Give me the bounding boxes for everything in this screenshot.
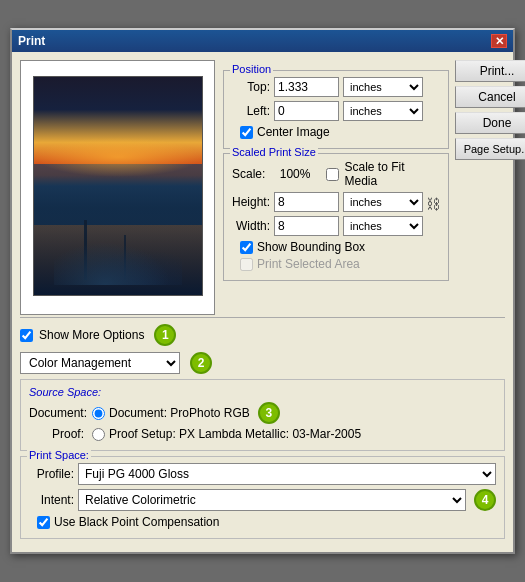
scaled-print-label: Scaled Print Size bbox=[230, 146, 318, 158]
source-space-label: Source Space: bbox=[29, 386, 496, 398]
center-image-checkbox[interactable] bbox=[240, 126, 253, 139]
print-space-label: Print Space: bbox=[27, 449, 91, 461]
proof-radio[interactable] bbox=[92, 428, 105, 441]
width-label: Width: bbox=[232, 219, 270, 233]
top-input[interactable] bbox=[274, 77, 339, 97]
hw-fields: Height: inches cm Width: bbox=[232, 192, 423, 240]
print-selected-area-checkbox[interactable] bbox=[240, 258, 253, 271]
done-button[interactable]: Done bbox=[455, 112, 525, 134]
width-input[interactable] bbox=[274, 216, 339, 236]
proof-radio-row: Proof: Proof Setup: PX Lambda Metallic: … bbox=[29, 427, 496, 441]
title-bar: Print ✕ bbox=[12, 30, 513, 52]
width-units-select[interactable]: inches cm bbox=[343, 216, 423, 236]
source-space-section: Source Space: Document: Document: ProPho… bbox=[20, 379, 505, 451]
link-icon: ⛓ bbox=[426, 196, 440, 212]
top-section: Position Top: inches cm Left: bbox=[20, 60, 505, 315]
annotation-badge-4: 4 bbox=[474, 489, 496, 511]
scale-label: Scale: bbox=[232, 167, 274, 181]
left-label: Left: bbox=[232, 104, 270, 118]
bottom-options: Show More Options 1 Color Management Out… bbox=[20, 317, 505, 539]
print-dialog: Print ✕ Position bbox=[10, 28, 515, 554]
center-image-label: Center Image bbox=[257, 125, 330, 139]
right-main: Position Top: inches cm Left: bbox=[223, 60, 449, 315]
scale-row: Scale: 100% Scale to Fit Media bbox=[232, 160, 440, 188]
left-units-select[interactable]: inches cm bbox=[343, 101, 423, 121]
left-row: Left: inches cm bbox=[232, 101, 440, 121]
top-units-select[interactable]: inches cm bbox=[343, 77, 423, 97]
preview-image bbox=[33, 76, 203, 296]
close-button[interactable]: ✕ bbox=[491, 34, 507, 48]
document-radio[interactable] bbox=[92, 407, 105, 420]
show-bounding-box-row: Show Bounding Box bbox=[232, 240, 440, 254]
document-radio-row: Document: Document: ProPhoto RGB 3 bbox=[29, 402, 496, 424]
black-point-checkbox[interactable] bbox=[37, 516, 50, 529]
page-setup-button[interactable]: Page Setup... bbox=[455, 138, 525, 160]
link-chain-icon: ⛓ bbox=[426, 196, 440, 212]
print-button[interactable]: Print... bbox=[455, 60, 525, 82]
print-selected-area-label: Print Selected Area bbox=[257, 257, 360, 271]
color-management-select[interactable]: Color Management Output bbox=[20, 352, 180, 374]
black-point-label: Use Black Point Compensation bbox=[54, 515, 219, 529]
show-more-options-checkbox[interactable] bbox=[20, 329, 33, 342]
hw-and-link: Height: inches cm Width: bbox=[232, 192, 440, 240]
print-space-section: Print Space: Profile: Fuji PG 4000 Gloss… bbox=[20, 456, 505, 539]
proof-value-label: Proof Setup: PX Lambda Metallic: 03-Mar-… bbox=[109, 427, 361, 441]
black-point-row: Use Black Point Compensation bbox=[29, 515, 496, 529]
top-right-panel: Position Top: inches cm Left: bbox=[223, 60, 525, 315]
annotation-badge-1: 1 bbox=[154, 324, 176, 346]
document-value-label: Document: ProPhoto RGB bbox=[109, 406, 250, 420]
top-row: Top: inches cm bbox=[232, 77, 440, 97]
show-more-row: Show More Options 1 bbox=[20, 324, 505, 346]
profile-label: Profile: bbox=[29, 467, 74, 481]
top-label: Top: bbox=[232, 80, 270, 94]
left-input[interactable] bbox=[274, 101, 339, 121]
height-input[interactable] bbox=[274, 192, 339, 212]
show-bounding-box-label: Show Bounding Box bbox=[257, 240, 365, 254]
dialog-content: Position Top: inches cm Left: bbox=[12, 52, 513, 552]
cancel-button[interactable]: Cancel bbox=[455, 86, 525, 108]
profile-row: Profile: Fuji PG 4000 Gloss bbox=[29, 463, 496, 485]
profile-select[interactable]: Fuji PG 4000 Gloss bbox=[78, 463, 496, 485]
annotation-badge-2: 2 bbox=[190, 352, 212, 374]
scaled-print-section: Scaled Print Size Scale: 100% Scale to F… bbox=[223, 153, 449, 281]
dialog-title: Print bbox=[18, 34, 45, 48]
color-management-row: Color Management Output 2 bbox=[20, 352, 505, 374]
action-buttons: Print... Cancel Done Page Setup... bbox=[455, 60, 525, 315]
intent-row: Intent: Relative Colorimetric Perceptual… bbox=[29, 489, 496, 511]
intent-label: Intent: bbox=[29, 493, 74, 507]
scale-to-fit-checkbox[interactable] bbox=[326, 168, 339, 181]
position-section: Position Top: inches cm Left: bbox=[223, 70, 449, 149]
height-units-select[interactable]: inches cm bbox=[343, 192, 423, 212]
show-bounding-box-checkbox[interactable] bbox=[240, 241, 253, 254]
scale-value: 100% bbox=[280, 167, 320, 181]
intent-select[interactable]: Relative Colorimetric Perceptual Saturat… bbox=[78, 489, 466, 511]
proof-indent-label: Proof: bbox=[29, 427, 84, 441]
print-selected-area-row: Print Selected Area bbox=[232, 257, 440, 271]
height-row: Height: inches cm bbox=[232, 192, 423, 212]
preview-area bbox=[20, 60, 215, 315]
width-row: Width: inches cm bbox=[232, 216, 423, 236]
position-label: Position bbox=[230, 63, 273, 75]
height-label: Height: bbox=[232, 195, 270, 209]
center-image-row: Center Image bbox=[232, 125, 440, 139]
annotation-badge-3: 3 bbox=[258, 402, 280, 424]
document-indent-label: Document: bbox=[29, 406, 84, 420]
show-more-options-label: Show More Options bbox=[39, 328, 144, 342]
scale-to-fit-label: Scale to Fit Media bbox=[345, 160, 440, 188]
